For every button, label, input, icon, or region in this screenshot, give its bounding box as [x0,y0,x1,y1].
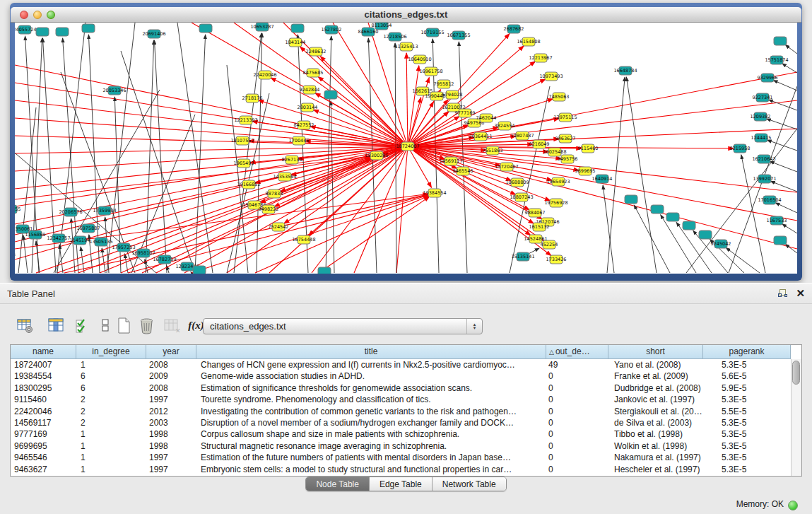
graph-node[interactable]: 13505135 [89,238,112,246]
graph-node[interactable]: 1615132 [529,223,550,231]
column-header-out_degree[interactable]: △out_de… [546,345,608,359]
table-row[interactable]: 1938455462009Genome-wide association stu… [11,370,791,382]
column-header-pagerank[interactable]: pagerank [703,345,791,359]
table-settings-icon[interactable] [16,316,35,335]
tab-node-table[interactable]: Node Table [306,477,370,491]
graph-node[interactable]: 1965493 [234,159,254,168]
graph-node[interactable]: 7524542 [269,223,289,231]
graph-node[interactable] [291,24,304,33]
graph-node[interactable]: 2687682 [504,25,524,33]
graph-node[interactable] [666,213,679,221]
current-table-dropdown[interactable]: citations_edges.txt ▲▼ [203,318,483,334]
graph-node[interactable]: 7955812 [434,80,454,88]
graph-node[interactable]: 19654923 [546,177,570,186]
graph-node[interactable] [699,230,712,239]
column-header-name[interactable]: name [11,345,76,359]
graph-node[interactable]: 12218506 [383,33,406,41]
graph-node[interactable]: 19756928 [544,199,567,207]
table-row[interactable]: 977716911998Corpus callosum shape and si… [11,428,791,440]
graph-node[interactable]: 7485063 [549,93,570,101]
table-row[interactable]: 1456911722003Disruption of a novel membe… [11,417,791,428]
graph-node[interactable]: 20691406 [142,30,165,38]
graph-node[interactable]: 10719155 [420,28,444,37]
graph-node[interactable]: 1167533 [767,216,787,225]
tab-network-table[interactable]: Network Table [433,477,506,491]
window-titlebar[interactable]: citations_edges.txt [11,7,801,23]
select-all-icon[interactable] [73,316,93,335]
graph-node[interactable]: 9242844 [300,86,320,94]
graph-node[interactable]: 16961758 [419,67,442,76]
graph-node[interactable]: 18107552 [230,136,254,145]
graph-node[interactable]: 9777169 [455,109,476,117]
network-canvas[interactable]: 1872400718300295193845541621007297771699… [15,23,797,274]
graph-node[interactable]: 16671355 [447,31,470,40]
graph-node[interactable]: 15720407 [495,163,518,171]
graph-node[interactable]: 12213393 [234,116,257,124]
graph-node[interactable]: 15135141 [511,252,534,261]
graph-node[interactable]: 22420046 [253,71,276,79]
table-row[interactable]: 946554611997Estimation of the future num… [11,452,791,463]
graph-node[interactable]: 1843144 [286,38,306,47]
table-row[interactable]: 1830029562008Estimation of significance … [11,382,791,394]
graph-node[interactable] [193,266,206,274]
graph-node[interactable]: 20364411 [469,132,492,141]
graph-node[interactable]: 16958107 [131,249,155,257]
zoom-window-icon[interactable] [47,11,55,19]
graph-node[interactable] [625,195,637,204]
graph-node[interactable]: 10973493 [539,72,563,81]
graph-node[interactable]: 9115460 [578,144,599,153]
graph-node[interactable]: 10807487 [510,132,534,140]
graph-node[interactable]: 19166852 [237,180,260,189]
graph-node[interactable]: 887833 [266,189,283,198]
graph-node[interactable]: 9495756 [558,155,578,163]
new-table-icon[interactable] [114,316,134,335]
close-panel-icon[interactable]: ✕ [796,287,805,300]
memory-status-indicator[interactable] [788,501,798,510]
graph-node[interactable]: 10653287 [250,23,273,31]
graph-node[interactable] [774,37,787,45]
graph-node[interactable]: 2718176 [242,94,263,103]
float-panel-icon[interactable] [778,289,788,299]
graph-node[interactable]: 9245042 [711,240,731,248]
graph-node[interactable]: 9884067 [525,209,546,217]
row-height-icon[interactable] [96,316,115,335]
tab-edge-table[interactable]: Edge Table [370,477,433,491]
graph-node[interactable]: 17016504 [758,196,781,204]
graph-node[interactable]: 3824554 [495,122,515,130]
graph-node[interactable]: 8215958 [730,144,751,153]
graph-node[interactable]: 1244415 [751,134,772,142]
graph-node[interactable] [56,28,69,36]
graph-node[interactable]: 1209382 [751,112,771,121]
graph-node[interactable] [82,24,95,33]
show-column-icon[interactable] [47,316,66,335]
close-window-icon[interactable] [20,11,28,19]
network-view[interactable]: 1872400718300295193845541621007297771699… [15,23,797,274]
table-vertical-scrollbar[interactable] [791,359,801,476]
graph-node[interactable]: 16648784 [613,66,637,75]
graph-node[interactable] [36,28,49,36]
graph-node[interactable]: 1156869 [25,230,46,239]
graph-node[interactable]: 24055724 [15,25,37,34]
graph-node[interactable] [774,236,787,245]
graph-node[interactable]: 18640910 [408,55,431,64]
table-row[interactable]: 911546021997Tourette syndrome. Phenomeno… [11,394,791,405]
delete-table-icon[interactable] [137,316,156,335]
column-header-title[interactable]: title [196,345,546,359]
graph-node[interactable]: 16154808 [517,37,540,46]
graph-node[interactable]: 452254 [541,240,558,249]
column-header-in_degree[interactable]: in_degree [76,345,146,359]
graph-node[interactable] [199,24,212,33]
graph-node[interactable] [324,90,337,99]
graph-node[interactable]: 9498222 [259,205,279,214]
table-row[interactable]: 2242004622012Investigating the contribut… [11,406,791,417]
graph-node[interactable]: 11325413 [394,42,418,51]
graph-node[interactable]: 16975887 [76,224,100,233]
graph-node[interactable]: 8475685 [303,69,324,77]
table-row[interactable]: 1872400712008Changes of HCN gene express… [11,359,791,370]
column-header-short[interactable]: short [608,345,703,359]
graph-node[interactable]: 1733426 [546,255,567,264]
graph-node[interactable]: 18807243 [510,193,533,201]
column-header-year[interactable]: year [146,345,196,359]
graph-node[interactable] [318,267,331,274]
graph-node[interactable]: 9699695 [575,167,596,175]
